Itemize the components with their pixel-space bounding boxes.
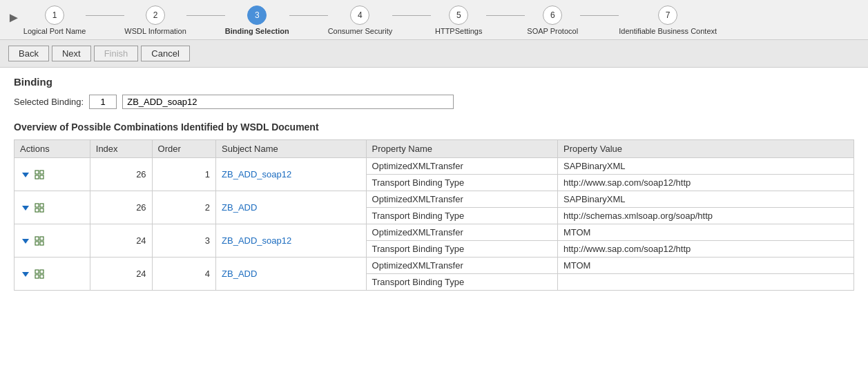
prop-value-3-1 (557, 274, 853, 291)
step-circle-7[interactable]: 7 (658, 6, 677, 25)
svg-rect-12 (40, 237, 44, 240)
table-row: 244ZB_ADDOptimizedXMLTransferMTOM (15, 257, 854, 274)
svg-rect-4 (40, 175, 44, 179)
download-icon-1[interactable] (20, 202, 31, 213)
step-box-2: 2WSDL Information (124, 6, 186, 35)
step-circle-4[interactable]: 4 (350, 6, 369, 25)
table-row: 262ZB_ADDOptimizedXMLTransferSAPBinaryXM… (15, 191, 854, 208)
subject-link-1[interactable]: ZB_ADD (222, 202, 257, 213)
subject-cell-1[interactable]: ZB_ADD (216, 191, 367, 224)
content-area: Binding Selected Binding: Overview of Po… (0, 68, 868, 299)
step-box-7: 7Identifiable Business Context (619, 6, 717, 35)
prop-name-1-0: OptimizedXMLTransfer (366, 191, 557, 208)
step-box-1: 1Logical Port Name (23, 6, 86, 35)
prop-value-3-0: MTOM (557, 257, 853, 274)
svg-marker-0 (22, 173, 29, 177)
svg-rect-18 (35, 275, 39, 278)
subject-cell-2[interactable]: ZB_ADD_soap12 (216, 224, 367, 257)
wizard-start-icon: ► (7, 10, 21, 26)
download-icon-3[interactable] (20, 269, 31, 280)
svg-rect-1 (35, 171, 39, 174)
overview-title: Overview of Possible Combinations Identi… (14, 122, 854, 133)
table-row: 243ZB_ADD_soap12OptimizedXMLTransferMTOM (15, 224, 854, 241)
step-wrapper-3: 3Binding Selection (186, 6, 289, 35)
col-header-index: Index (90, 140, 152, 158)
cancel-button[interactable]: Cancel (141, 46, 189, 61)
col-header-subject-name: Subject Name (216, 140, 367, 158)
step-label-5: HTTPSettings (435, 27, 482, 35)
grid-icon-0[interactable] (34, 169, 45, 180)
step-box-5: 5HTTPSettings (431, 6, 486, 35)
step-circle-1[interactable]: 1 (45, 6, 64, 25)
grid-icon-2[interactable] (34, 235, 45, 246)
step-connector-5 (486, 15, 525, 16)
action-icons-1 (20, 202, 84, 213)
svg-rect-7 (40, 204, 44, 207)
step-wrapper-6: 6SOAP Protocol (486, 6, 580, 35)
subject-link-0[interactable]: ZB_ADD_soap12 (222, 169, 291, 179)
svg-rect-3 (35, 175, 39, 179)
svg-marker-10 (22, 239, 29, 244)
subject-link-2[interactable]: ZB_ADD_soap12 (222, 235, 291, 246)
finish-button[interactable]: Finish (94, 46, 139, 61)
step-circle-5[interactable]: 5 (449, 6, 468, 25)
subject-cell-3[interactable]: ZB_ADD (216, 257, 367, 291)
prop-name-1-1: Transport Binding Type (366, 208, 557, 224)
order-cell-1: 2 (152, 191, 215, 224)
prop-value-1-1: http://schemas.xmlsoap.org/soap/http (557, 208, 853, 224)
step-box-3: 3Binding Selection (225, 6, 289, 35)
index-cell-2: 24 (90, 224, 152, 257)
download-icon-2[interactable] (20, 235, 31, 246)
step-wrapper-4: 4Consumer Security (289, 6, 393, 35)
combinations-table: ActionsIndexOrderSubject NameProperty Na… (14, 139, 854, 291)
prop-name-2-1: Transport Binding Type (366, 241, 557, 257)
steps-list: 1Logical Port Name2WSDL Information3Bind… (23, 6, 717, 35)
grid-icon-1[interactable] (34, 202, 45, 213)
grid-icon-3[interactable] (34, 269, 45, 280)
next-button[interactable]: Next (52, 46, 91, 61)
svg-rect-13 (35, 242, 39, 245)
subject-cell-0[interactable]: ZB_ADD_soap12 (216, 158, 367, 191)
svg-rect-9 (40, 208, 44, 212)
table-row: 261ZB_ADD_soap12OptimizedXMLTransferSAPB… (15, 158, 854, 175)
actions-cell-2 (15, 224, 90, 257)
subject-link-3[interactable]: ZB_ADD (222, 269, 257, 279)
step-label-6: SOAP Protocol (527, 27, 578, 35)
step-label-3: Binding Selection (225, 27, 289, 35)
prop-value-0-1: http://www.sap.com/soap12/http (557, 175, 853, 191)
step-box-6: 6SOAP Protocol (525, 6, 580, 35)
svg-rect-2 (40, 171, 44, 174)
prop-value-2-0: MTOM (557, 224, 853, 241)
step-circle-6[interactable]: 6 (543, 6, 562, 25)
step-connector-3 (289, 15, 328, 16)
wizard-bar: ► 1Logical Port Name2WSDL Information3Bi… (0, 0, 868, 40)
step-wrapper-7: 7Identifiable Business Context (580, 6, 717, 35)
svg-rect-16 (35, 270, 39, 273)
svg-rect-14 (40, 242, 44, 245)
prop-name-3-0: OptimizedXMLTransfer (366, 257, 557, 274)
action-icons-0 (20, 169, 84, 180)
order-cell-3: 4 (152, 257, 215, 291)
step-connector-6 (580, 15, 619, 16)
prop-value-0-0: SAPBinaryXML (557, 158, 853, 175)
binding-section-title: Binding (14, 76, 854, 88)
step-connector-4 (392, 15, 431, 16)
actions-cell-1 (15, 191, 90, 224)
selected-binding-row: Selected Binding: (14, 95, 854, 109)
binding-name-input[interactable] (122, 95, 454, 109)
download-icon-0[interactable] (20, 169, 31, 180)
prop-name-2-0: OptimizedXMLTransfer (366, 224, 557, 241)
back-button[interactable]: Back (8, 46, 49, 61)
actions-cell-3 (15, 257, 90, 291)
step-circle-2[interactable]: 2 (146, 6, 165, 25)
col-header-property-value: Property Value (557, 140, 853, 158)
svg-rect-19 (40, 275, 44, 278)
step-label-7: Identifiable Business Context (619, 27, 717, 35)
step-label-2: WSDL Information (124, 27, 186, 35)
order-cell-0: 1 (152, 158, 215, 191)
order-cell-2: 3 (152, 224, 215, 257)
step-circle-3[interactable]: 3 (247, 6, 267, 25)
binding-index-input[interactable] (89, 95, 117, 109)
prop-name-0-0: OptimizedXMLTransfer (366, 158, 557, 175)
step-wrapper-5: 5HTTPSettings (392, 6, 486, 35)
